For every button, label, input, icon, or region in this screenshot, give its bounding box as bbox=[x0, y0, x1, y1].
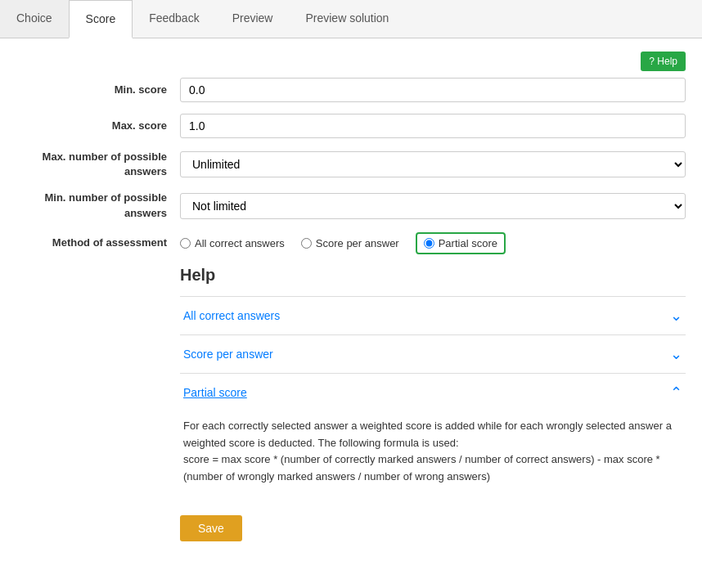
accordion-partial-score: Partial score ⌃ For each correctly selec… bbox=[180, 373, 686, 499]
accordion-score-per-answer: Score per answer ⌄ bbox=[180, 334, 686, 373]
help-title: Help bbox=[180, 266, 686, 285]
tab-bar: Choice Score Feedback Preview Preview so… bbox=[0, 0, 702, 38]
method-row: Method of assessment All correct answers… bbox=[16, 232, 686, 254]
accordion-all-correct: All correct answers ⌄ bbox=[180, 296, 686, 334]
radio-partial-score[interactable]: Partial score bbox=[424, 237, 497, 249]
method-field: All correct answers Score per answer Par… bbox=[180, 232, 686, 254]
max-score-input[interactable] bbox=[180, 114, 686, 138]
radio-score-per-answer[interactable]: Score per answer bbox=[301, 237, 399, 249]
min-answers-label: Min. number of possible answers bbox=[16, 191, 180, 220]
max-score-row: Max. score bbox=[16, 114, 686, 138]
tab-choice[interactable]: Choice bbox=[0, 0, 69, 38]
tab-score[interactable]: Score bbox=[69, 0, 133, 38]
radio-partial-score-input[interactable] bbox=[424, 238, 434, 249]
min-score-field bbox=[180, 78, 686, 102]
radio-score-per-answer-label: Score per answer bbox=[316, 237, 399, 249]
save-button[interactable]: Save bbox=[180, 515, 242, 541]
radio-partial-score-label: Partial score bbox=[439, 237, 497, 249]
tab-feedback[interactable]: Feedback bbox=[133, 0, 215, 38]
max-score-field bbox=[180, 114, 686, 138]
accordion-partial-score-label: Partial score bbox=[183, 386, 247, 399]
max-answers-label: Max. number of possible answers bbox=[16, 150, 180, 179]
partial-score-box: Partial score bbox=[416, 232, 506, 254]
radio-all-correct-label: All correct answers bbox=[195, 237, 285, 249]
score-panel: ? Help Min. score Max. score Max. number… bbox=[0, 38, 702, 558]
min-answers-row: Min. number of possible answers Not limi… bbox=[16, 191, 686, 220]
accordion-all-correct-label: All correct answers bbox=[183, 309, 280, 322]
accordion-partial-score-header[interactable]: Partial score ⌃ bbox=[180, 374, 686, 411]
accordion-score-per-answer-header[interactable]: Score per answer ⌄ bbox=[180, 335, 686, 373]
accordion-all-correct-header[interactable]: All correct answers ⌄ bbox=[180, 297, 686, 334]
accordion-partial-score-content: For each correctly selected answer a wei… bbox=[180, 411, 686, 499]
help-section: Help All correct answers ⌄ Score per ans… bbox=[180, 266, 686, 499]
max-answers-field: Unlimited 1 2 3 4 5 bbox=[180, 151, 686, 177]
radio-all-correct-input[interactable] bbox=[180, 238, 191, 249]
min-score-label: Min. score bbox=[16, 83, 180, 97]
max-score-label: Max. score bbox=[16, 119, 180, 133]
accordion-partial-score-chevron: ⌃ bbox=[670, 384, 682, 402]
help-button[interactable]: ? Help bbox=[641, 52, 686, 71]
radio-group: All correct answers Score per answer Par… bbox=[180, 232, 686, 254]
radio-score-per-answer-input[interactable] bbox=[301, 238, 312, 249]
method-label: Method of assessment bbox=[16, 236, 180, 250]
min-answers-field: Not limited 1 2 3 4 5 bbox=[180, 193, 686, 219]
min-answers-select[interactable]: Not limited 1 2 3 4 5 bbox=[180, 193, 686, 219]
accordion-score-per-answer-chevron: ⌄ bbox=[670, 345, 682, 363]
min-score-row: Min. score bbox=[16, 78, 686, 102]
accordion-all-correct-chevron: ⌄ bbox=[670, 307, 682, 325]
max-answers-select[interactable]: Unlimited 1 2 3 4 5 bbox=[180, 151, 686, 177]
accordion-score-per-answer-label: Score per answer bbox=[183, 348, 273, 361]
min-score-input[interactable] bbox=[180, 78, 686, 102]
tab-preview-solution[interactable]: Preview solution bbox=[289, 0, 405, 38]
radio-all-correct[interactable]: All correct answers bbox=[180, 237, 285, 249]
tab-preview[interactable]: Preview bbox=[216, 0, 290, 38]
max-answers-row: Max. number of possible answers Unlimite… bbox=[16, 150, 686, 179]
